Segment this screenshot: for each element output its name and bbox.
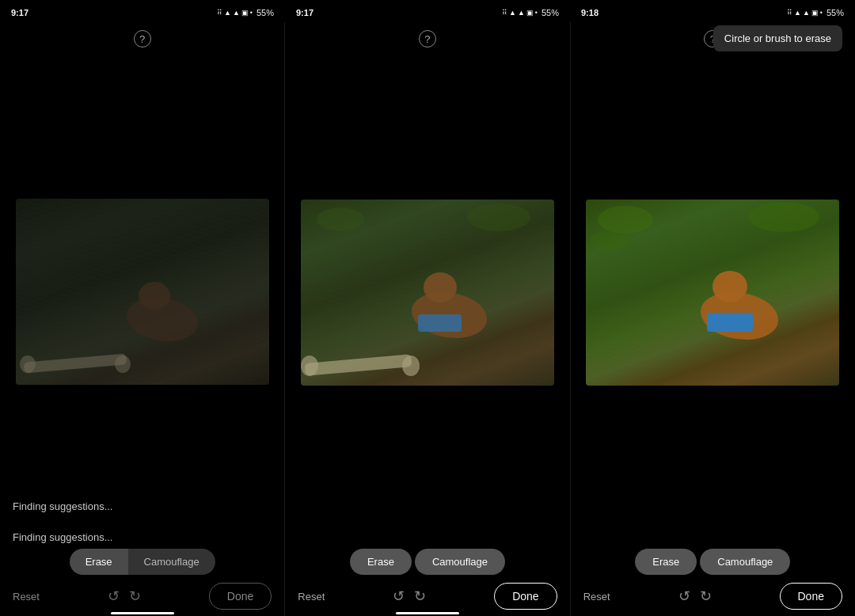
photo-panel-1 xyxy=(16,199,269,385)
camouflage-button-panel-2[interactable]: Camouflage xyxy=(415,549,505,575)
photo-area-panel-3 xyxy=(571,54,855,531)
photo-panel-2 xyxy=(301,200,554,386)
undo-button-panel-2[interactable]: ↺ xyxy=(393,587,405,605)
pill-group-panel-3: Erase Camouflage xyxy=(635,549,790,575)
status-bar-panel-3: 9:18 ⠿▲▲▣• 55% xyxy=(570,0,855,22)
done-button-panel-3[interactable]: Done xyxy=(780,583,842,610)
time-panel-2: 9:17 xyxy=(296,8,314,17)
reset-label-panel-2[interactable]: Reset xyxy=(298,591,325,603)
time-panel-1: 9:17 xyxy=(11,8,28,17)
status-icons-2: ⠿▲▲▣• xyxy=(502,9,538,17)
panel-3: ? Circle or brush to erase xyxy=(571,22,855,616)
photo-panel-3 xyxy=(586,200,839,386)
erase-button-panel-3[interactable]: Erase xyxy=(635,549,697,575)
battery-2: 55% xyxy=(542,8,559,17)
panel-1: ? Finding suggestions. xyxy=(0,22,284,616)
redo-button-panel-1[interactable]: ↻ xyxy=(129,587,141,605)
status-icons-1: ⠿▲▲▣• xyxy=(217,9,253,17)
nav-indicator-panel-2 xyxy=(396,612,459,614)
status-icons-3: ⠿▲▲▣• xyxy=(787,9,823,17)
redo-button-panel-2[interactable]: ↻ xyxy=(414,587,426,605)
pill-group-panel-2: Erase Camouflage xyxy=(350,549,505,575)
status-bar-panel-1: 9:17 ⠿▲▲▣• 55% xyxy=(0,0,285,22)
nav-indicator-panel-1 xyxy=(111,612,174,614)
photo-area-panel-1 xyxy=(0,54,284,530)
camouflage-button-panel-1[interactable]: Camouflage xyxy=(128,549,215,575)
panel-2: ? xyxy=(285,22,569,616)
battery-1: 55% xyxy=(256,8,274,17)
status-bar-panel-2: 9:17 ⠿▲▲▣• 55% xyxy=(285,0,570,22)
tooltip-panel-3: Circle or brush to erase xyxy=(713,25,842,51)
battery-3: 55% xyxy=(826,8,844,17)
done-button-panel-1[interactable]: Done xyxy=(209,583,272,610)
erase-button-panel-1[interactable]: Erase xyxy=(70,549,128,575)
help-icon-panel-1[interactable]: ? xyxy=(134,30,151,48)
photo-area-panel-2 xyxy=(285,54,569,531)
undo-button-panel-1[interactable]: ↺ xyxy=(108,587,120,605)
reset-label-panel-3[interactable]: Reset xyxy=(583,591,610,603)
undo-button-panel-3[interactable]: ↺ xyxy=(678,587,690,605)
camouflage-button-panel-3[interactable]: Camouflage xyxy=(700,549,790,575)
finding-suggestions-overlay: Finding suggestions... xyxy=(13,499,112,513)
time-panel-3: 9:18 xyxy=(581,8,598,17)
pill-group-panel-1: Erase Camouflage xyxy=(70,549,215,575)
help-icon-panel-2[interactable]: ? xyxy=(419,30,436,48)
finding-text: Finding suggestions... xyxy=(13,531,112,543)
redo-button-panel-3[interactable]: ↻ xyxy=(700,587,712,605)
erase-button-panel-2[interactable]: Erase xyxy=(350,549,412,575)
reset-label-panel-1[interactable]: Reset xyxy=(13,591,40,603)
done-button-panel-2[interactable]: Done xyxy=(494,583,557,610)
